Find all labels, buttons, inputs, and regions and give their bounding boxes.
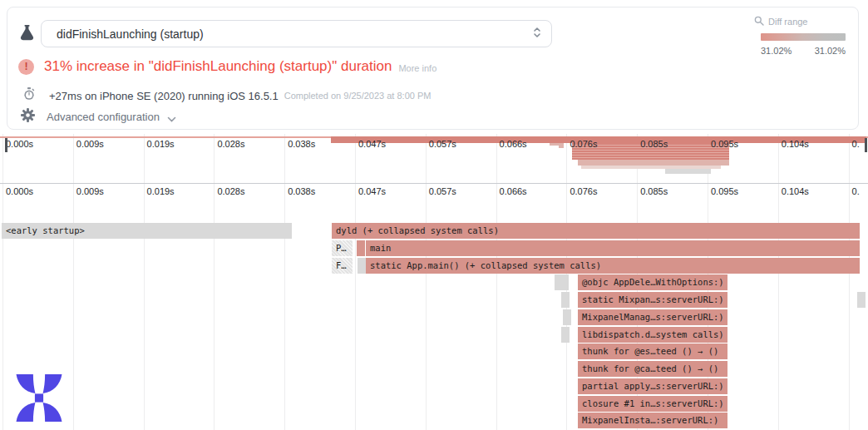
minimap-range-handle[interactable]: [5, 138, 7, 152]
tick-label: 0.057s: [429, 186, 456, 196]
tick-label: 0.076s: [570, 186, 597, 196]
tick-label: 0.104s: [782, 186, 809, 196]
tick-label: 0.076s: [570, 139, 597, 149]
device-summary: +27ms on iPhone SE (2020) running iOS 16…: [49, 90, 279, 102]
flame-bar[interactable]: thunk for @ca…teed () → (): [578, 361, 728, 377]
emerge-tools-logo-icon: [13, 374, 65, 425]
gear-icon: [21, 108, 35, 126]
gridline: [284, 134, 285, 430]
flame-bar[interactable]: <early startup>: [2, 223, 293, 239]
flame-bar[interactable]: static App.main() (+ collapsed system ca…: [366, 258, 861, 274]
gridline: [214, 134, 215, 430]
tick-label: 0.: [852, 186, 860, 196]
more-info-link[interactable]: More info: [398, 63, 436, 75]
metric-select-value: didFinishLaunching (startup): [57, 27, 533, 41]
diff-range-max: 31.02%: [815, 46, 846, 56]
tick-label: 0.009s: [76, 139, 104, 149]
minimap-block: [559, 143, 564, 148]
tick-label: 0.038s: [288, 139, 315, 149]
diff-range-min: 31.02%: [761, 46, 792, 56]
tick-label: 0.066s: [500, 186, 527, 196]
tick-label: 0.047s: [358, 186, 386, 196]
flask-icon: [17, 23, 37, 46]
flame-bar[interactable]: libdispatch.d…system calls): [578, 327, 728, 343]
tick-label: 0.095s: [711, 139, 738, 149]
tick-label: 0.000s: [6, 139, 33, 149]
gridline: [426, 134, 427, 430]
tick-label: 0.000s: [6, 186, 33, 196]
warning-row: ! 31% increase in "didFinishLaunching (s…: [18, 58, 436, 75]
flame-bar[interactable]: P…: [332, 240, 353, 256]
chevron-up-down-icon[interactable]: [533, 27, 541, 42]
gridline: [73, 134, 74, 430]
gridline: [849, 134, 850, 430]
tick-label: 0.019s: [147, 186, 175, 196]
tick-label: 0.019s: [147, 139, 175, 149]
exclamation-circle-icon: !: [18, 59, 34, 75]
axis-divider: [0, 183, 868, 184]
gridline: [496, 134, 497, 430]
flame-bar[interactable]: F…: [332, 258, 353, 274]
flame-bar[interactable]: [561, 327, 570, 343]
warning-message: 31% increase in "didFinishLaunching (sta…: [44, 58, 392, 75]
header-card: didFinishLaunching (startup) Diff range …: [7, 7, 859, 130]
flame-bar[interactable]: dyld (+ collapsed system calls): [332, 223, 861, 239]
diff-range-gradient: [761, 33, 846, 41]
minimap-block: [578, 160, 729, 166]
tick-label: 0.085s: [640, 139, 668, 149]
gridline: [2, 134, 3, 430]
minimap-block: [665, 169, 711, 174]
flame-bar[interactable]: main: [366, 240, 861, 256]
advanced-configuration-toggle[interactable]: Advanced configuration: [18, 108, 176, 126]
minimap-range-handle[interactable]: [865, 138, 867, 152]
chevron-down-icon: [167, 111, 176, 126]
flame-bar[interactable]: @objc AppDele…WithOptions:): [578, 274, 728, 290]
flame-bar[interactable]: [357, 240, 366, 256]
tick-label: 0.095s: [711, 186, 738, 196]
gridline: [778, 134, 779, 430]
flame-bar[interactable]: [857, 292, 866, 308]
flame-bar[interactable]: [561, 292, 570, 308]
metric-select[interactable]: didFinishLaunching (startup): [41, 20, 552, 47]
tick-label: 0.028s: [217, 186, 244, 196]
diff-range-legend: Diff range 31.02% 31.02%: [761, 16, 846, 56]
minimap-block: [550, 143, 559, 146]
tick-label: 0.104s: [782, 139, 809, 149]
flame-bar[interactable]: [560, 274, 570, 290]
tick-label: 0.028s: [217, 139, 244, 149]
flame-bar[interactable]: MixpanelInsta…:serverURL:): [578, 413, 728, 428]
flame-bar[interactable]: thunk for @es…teed () → (): [578, 344, 728, 359]
tick-label: 0.047s: [358, 139, 386, 149]
flame-bar[interactable]: [563, 309, 572, 325]
flame-bar[interactable]: static Mixpan…s:serverURL:): [578, 292, 728, 308]
flame-bar[interactable]: partial apply…s:serverURL:): [578, 378, 728, 394]
gridline: [144, 134, 145, 430]
tick-label: 0.085s: [640, 186, 668, 196]
tick-label: 0.009s: [76, 186, 104, 196]
gridline: [355, 134, 356, 430]
tick-label: 0.: [852, 139, 860, 149]
device-row: +27ms on iPhone SE (2020) running iOS 16…: [18, 87, 431, 104]
flame-bar[interactable]: closure #1 in…s:serverURL:): [578, 396, 728, 412]
magnifier-icon: [754, 16, 764, 27]
tick-label: 0.057s: [429, 139, 456, 149]
diff-range-title: Diff range: [768, 17, 808, 27]
stopwatch-icon: [23, 87, 35, 104]
tick-label: 0.066s: [500, 139, 527, 149]
flame-chart: 0.000s0.009s0.019s0.028s0.038s0.047s0.05…: [0, 133, 868, 430]
flame-bar[interactable]: MixpanelManag…s:serverURL:): [578, 309, 728, 325]
tick-label: 0.038s: [288, 186, 315, 196]
completed-timestamp: Completed on 9/25/2023 at 8:00 PM: [284, 91, 432, 101]
advanced-configuration-label: Advanced configuration: [47, 111, 160, 123]
